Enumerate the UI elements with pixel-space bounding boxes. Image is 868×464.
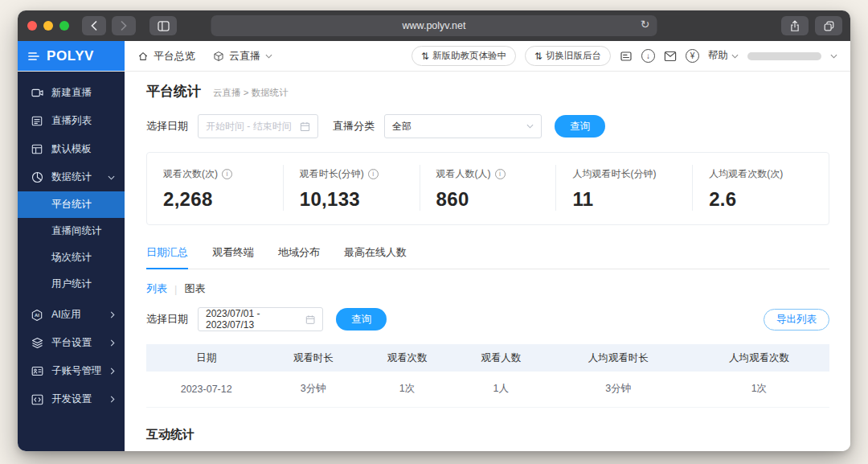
category-filter-label: 直播分类	[333, 119, 375, 133]
sidebar-sublabel: 用户统计	[51, 277, 92, 291]
sidebar-subitem-user-statistics[interactable]: 用户统计	[18, 271, 125, 298]
query-button-2[interactable]: 查询	[336, 308, 387, 331]
info-icon[interactable]: i	[222, 169, 232, 179]
col-header-date: 日期	[146, 344, 266, 372]
tab-viewing-terminal[interactable]: 观看终端	[212, 240, 254, 269]
console-news-button[interactable]	[620, 50, 633, 63]
sidebar-label: 开发设置	[51, 392, 92, 406]
browser-sidebar-toggle-button[interactable]	[149, 16, 177, 35]
table-filter-row: 选择日期 2023/07/01 - 2023/07/13 查询 导出列表	[146, 307, 829, 331]
export-list-button[interactable]: 导出列表	[764, 309, 829, 331]
query-button[interactable]: 查询	[555, 115, 605, 138]
share-button[interactable]	[781, 16, 809, 35]
sidebar-subitem-room-statistics[interactable]: 直播间统计	[18, 218, 125, 244]
download-button[interactable]: ↓	[641, 49, 655, 63]
chevron-right-icon	[121, 21, 127, 31]
menu-hamburger-icon[interactable]	[28, 51, 39, 61]
view-chart-link[interactable]: 图表	[184, 281, 205, 296]
mail-icon	[664, 51, 677, 62]
view-list-link[interactable]: 列表	[146, 281, 167, 296]
stat-value: 11	[572, 188, 676, 211]
sidebar-label: 子账号管理	[51, 364, 102, 378]
stat-view-duration: 观看时长(分钟)i 10,133	[283, 165, 420, 211]
tab-region-distribution[interactable]: 地域分布	[278, 240, 320, 269]
id-card-icon	[31, 366, 43, 376]
col-header-avg-duration: 人均观看时长	[548, 344, 689, 372]
browser-forward-button[interactable]	[112, 16, 136, 35]
tab-date-summary[interactable]: 日期汇总	[146, 240, 188, 269]
account-name-redacted[interactable]	[747, 52, 821, 60]
main-content: 平台统计 云直播 > 数据统计 选择日期 开始时间 - 结束时间 直播分类	[125, 72, 850, 451]
sidebar-item-new-live[interactable]: 新建直播	[18, 79, 125, 107]
nav-product-switcher[interactable]: 云直播	[213, 49, 272, 64]
chevron-right-icon	[110, 368, 115, 375]
polyv-logo: POLYV	[47, 48, 94, 64]
stat-label: 观看次数(次)	[163, 167, 218, 181]
sidebar-item-data-statistics[interactable]: 数据统计	[18, 163, 125, 191]
category-select[interactable]: 全部	[384, 114, 542, 138]
stat-label: 人均观看时长(分钟)	[572, 167, 656, 181]
console-news-icon	[620, 50, 633, 63]
info-icon[interactable]: i	[368, 169, 379, 179]
chevron-down-icon[interactable]	[830, 54, 837, 59]
sidebar-item-live-list[interactable]: 直播列表	[18, 107, 125, 135]
minimize-window-button[interactable]	[43, 21, 53, 31]
sidebar-subitem-session-statistics[interactable]: 场次统计	[18, 244, 125, 271]
reload-icon[interactable]: ↻	[641, 18, 650, 30]
url-text: www.polyv.net	[403, 20, 466, 31]
view-toggle-divider: |	[174, 283, 177, 295]
table-row: 2023-07-12 3分钟 1次 1人 3分钟 1次	[146, 372, 829, 407]
stat-label: 观看时长(分钟)	[300, 167, 364, 181]
tab-peak-online-users[interactable]: 最高在线人数	[344, 240, 407, 269]
billing-button[interactable]: ¥	[686, 49, 699, 63]
pie-chart-icon	[31, 171, 43, 183]
stat-viewer-count: 观看人数(人)i 860	[420, 165, 556, 211]
date-range-value: 2023/07/01 - 2023/07/13	[206, 308, 305, 331]
stat-value: 2.6	[709, 188, 813, 211]
sidebar-sublabel: 场次统计	[51, 251, 92, 265]
sidebar-label: 平台设置	[51, 336, 92, 350]
address-bar[interactable]: www.polyv.net ↻	[211, 15, 657, 36]
page-title: 平台统计	[146, 82, 201, 101]
sidebar-label: 直播列表	[51, 114, 92, 128]
breadcrumb-current: 数据统计	[252, 88, 289, 97]
sidebar-item-platform-settings[interactable]: 平台设置	[18, 329, 125, 357]
new-assistant-page-pill[interactable]: ⇅ 新版助教页体验中	[411, 46, 516, 66]
top-filter-row: 选择日期 开始时间 - 结束时间 直播分类 全部 查询	[146, 114, 829, 138]
stat-value: 10,133	[300, 188, 403, 211]
date-range-input[interactable]: 开始时间 - 结束时间	[198, 114, 318, 138]
messages-button[interactable]	[664, 51, 677, 62]
svg-text:AI: AI	[35, 313, 39, 318]
chevron-down-icon	[108, 175, 115, 180]
chevron-left-icon	[91, 21, 97, 31]
sidebar-item-default-template[interactable]: 默认模板	[18, 135, 125, 163]
list-icon	[31, 116, 43, 126]
stat-value: 2,268	[163, 188, 267, 211]
close-window-button[interactable]	[27, 21, 37, 31]
home-icon	[137, 51, 149, 62]
sidebar-item-subaccount-management[interactable]: 子账号管理	[18, 357, 125, 385]
nav-platform-overview[interactable]: 平台总览	[137, 49, 195, 64]
category-selected-value: 全部	[392, 120, 411, 133]
sidebar-item-developer-settings[interactable]: 开发设置	[18, 385, 125, 413]
sidebar-subitem-platform-statistics[interactable]: 平台统计	[18, 191, 125, 218]
calendar-icon	[305, 314, 315, 325]
sidebar-item-ai-apps[interactable]: AI AI应用	[18, 301, 125, 329]
cell-view-count: 1次	[360, 372, 454, 407]
sidebar-panel-icon	[158, 21, 170, 31]
code-icon	[31, 394, 43, 405]
cell-avg-views: 1次	[689, 372, 829, 407]
switch-arrows-icon: ⇅	[421, 51, 429, 62]
stat-avg-views: 人均观看次数(次) 2.6	[692, 165, 829, 211]
col-header-avg-views: 人均观看次数	[689, 344, 829, 372]
logo-block[interactable]: POLYV	[18, 41, 125, 71]
switch-old-console-pill[interactable]: ⇅ 切换旧版后台	[525, 46, 611, 66]
browser-back-button[interactable]	[82, 16, 106, 35]
date-range-input-2[interactable]: 2023/07/01 - 2023/07/13	[198, 307, 323, 331]
tab-overview-button[interactable]	[815, 16, 842, 35]
info-icon[interactable]: i	[495, 169, 506, 179]
sidebar-label: 新建直播	[51, 86, 92, 100]
stat-label: 观看人数(人)	[436, 167, 491, 181]
help-menu[interactable]: 帮助	[708, 49, 739, 63]
zoom-window-button[interactable]	[59, 21, 69, 31]
